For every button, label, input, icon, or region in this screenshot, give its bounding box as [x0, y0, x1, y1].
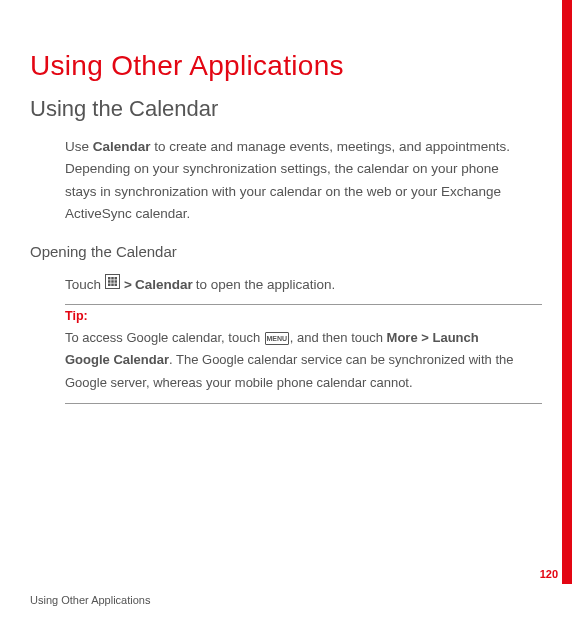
tip-divider-bottom	[65, 403, 542, 404]
svg-rect-6	[115, 280, 118, 283]
tip-seg2: , and then touch	[290, 330, 387, 345]
tip-divider-top	[65, 304, 542, 305]
intro-paragraph: Use Calendar to create and manage events…	[65, 136, 517, 225]
svg-rect-5	[111, 280, 114, 283]
svg-rect-7	[108, 284, 111, 287]
tip-label: Tip:	[65, 309, 542, 323]
svg-rect-1	[108, 277, 111, 280]
footer-text: Using Other Applications	[30, 594, 150, 606]
gt-symbol: >	[124, 274, 132, 296]
tip-body: To access Google calendar, touch MENU, a…	[65, 327, 517, 395]
svg-rect-9	[115, 284, 118, 287]
page-side-tab	[562, 0, 572, 584]
subsection-title-h3: Opening the Calendar	[30, 243, 542, 260]
open-instruction: Touch > Calendar to open the application…	[65, 274, 517, 296]
intro-pre: Use	[65, 139, 93, 154]
svg-rect-4	[108, 280, 111, 283]
open-rest-text: to open the application.	[196, 274, 336, 296]
page-content: Using Other Applications Using the Calen…	[0, 0, 572, 434]
svg-rect-8	[111, 284, 114, 287]
svg-rect-2	[111, 277, 114, 280]
open-touch-text: Touch	[65, 274, 101, 296]
section-title-h2: Using the Calendar	[30, 96, 542, 122]
intro-bold: Calendar	[93, 139, 151, 154]
page-number: 120	[540, 568, 558, 580]
calendar-bold: Calendar	[135, 274, 193, 296]
menu-icon: MENU	[265, 332, 289, 345]
apps-grid-icon	[105, 274, 120, 296]
page-title-h1: Using Other Applications	[30, 50, 542, 82]
svg-rect-3	[115, 277, 118, 280]
tip-seg1: To access Google calendar, touch	[65, 330, 264, 345]
